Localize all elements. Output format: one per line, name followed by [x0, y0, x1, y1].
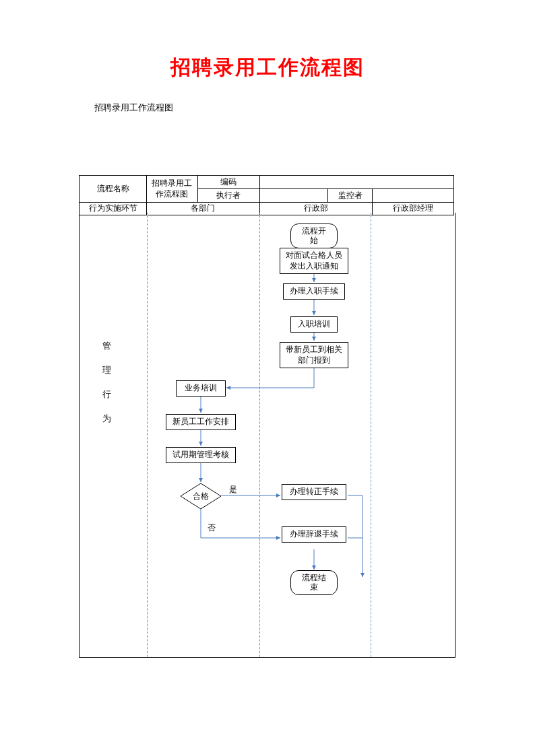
node-confirm-employment: 办理转正手续 [282, 484, 346, 500]
node-notify-qualified: 对面试合格人员发出入职通知 [280, 248, 348, 274]
node-business-training: 业务培训 [176, 380, 226, 397]
cell-code-label: 编码 [197, 176, 259, 189]
cell-executor-value [259, 189, 327, 203]
node-dismissal-procedures: 办理辞退手续 [282, 526, 346, 543]
flowchart-connectors [80, 213, 455, 657]
node-report-to-dept: 带新员工到相关部门报到 [280, 342, 348, 368]
header-table: 流程名称 招聘录用工作流程图 编码 执行者 监控者 行为实施环节 各部门 行政部… [79, 175, 454, 215]
cell-code-value [259, 176, 453, 189]
cell-executor-label: 执行者 [197, 189, 259, 203]
document-subtitle: 招聘录用工作流程图 [94, 102, 535, 114]
cell-process-name-value: 招聘录用工作流程图 [147, 176, 198, 203]
node-work-arrangement: 新员工工作安排 [166, 414, 236, 430]
node-onboarding-procedures: 办理入职手续 [283, 283, 345, 300]
node-onboarding-training: 入职培训 [290, 316, 338, 333]
decision-text: 合格 [181, 483, 221, 509]
flowchart-area: 管 理 行 为 [79, 213, 455, 658]
node-end-terminator: 流程结束 [290, 570, 338, 595]
cell-supervisor-label: 监控者 [328, 189, 373, 203]
label-yes: 是 [229, 484, 237, 495]
cell-supervisor-value [373, 189, 454, 203]
node-decision-qualified: 合格 [181, 483, 221, 509]
node-probation-assessment: 试用期管理考核 [166, 447, 236, 463]
document-title: 招聘录用工作流程图 [0, 54, 535, 81]
node-start-terminator: 流程开始 [290, 224, 338, 248]
label-no: 否 [208, 522, 216, 534]
cell-process-name-label: 流程名称 [80, 176, 147, 203]
